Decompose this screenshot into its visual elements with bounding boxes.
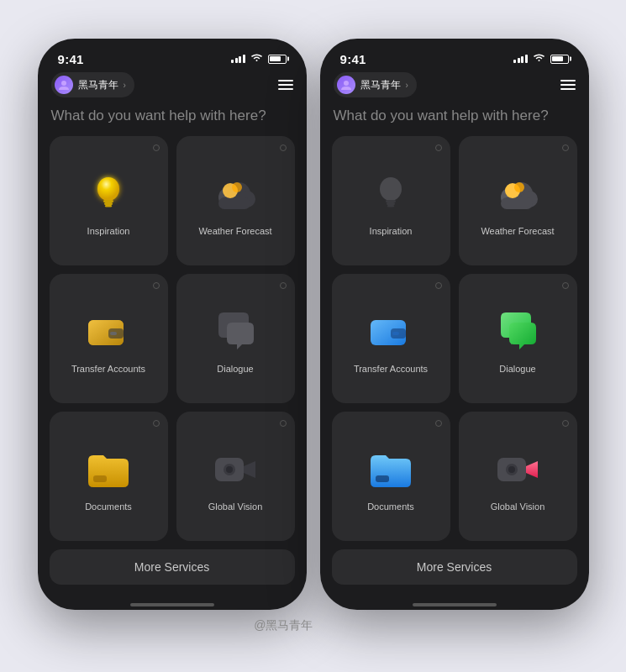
signal-icon xyxy=(231,55,245,63)
label-dialogue: Dialogue xyxy=(217,364,253,374)
grid-item-dialogue[interactable]: Dialogue xyxy=(459,274,577,403)
home-indicator xyxy=(130,603,214,606)
user-name: 黑马青年 xyxy=(78,78,118,92)
svg-rect-4 xyxy=(104,202,113,205)
label-weather-forecast: Weather Forecast xyxy=(481,226,554,236)
svg-rect-3 xyxy=(103,200,113,202)
more-services-button[interactable]: More Services xyxy=(332,549,577,585)
icon-transfer-accounts xyxy=(83,307,134,357)
icon-inspiration xyxy=(83,169,134,219)
user-name: 黑马青年 xyxy=(360,78,401,92)
svg-point-31 xyxy=(514,182,524,192)
icon-inspiration xyxy=(366,169,416,219)
user-badge[interactable]: 黑马青年 › xyxy=(334,72,417,97)
status-time: 9:41 xyxy=(340,52,366,66)
grid-item-weather-forecast[interactable]: Weather Forecast xyxy=(459,136,577,265)
svg-rect-15 xyxy=(110,332,117,335)
status-time: 9:41 xyxy=(58,52,84,66)
label-inspiration: Inspiration xyxy=(370,226,413,236)
grid-item-dialogue[interactable]: Dialogue xyxy=(176,274,295,403)
battery-icon xyxy=(268,55,287,64)
wifi-icon xyxy=(250,53,263,65)
svg-point-21 xyxy=(344,81,349,86)
icon-global-vision xyxy=(492,444,543,495)
grid-item-documents[interactable]: Documents xyxy=(332,412,450,541)
svg-rect-16 xyxy=(93,475,107,482)
label-global-vision: Global Vision xyxy=(208,501,263,512)
svg-rect-24 xyxy=(387,202,395,205)
svg-rect-25 xyxy=(387,205,394,207)
wifi-icon xyxy=(533,53,545,65)
icon-weather-forecast xyxy=(492,169,543,219)
svg-point-19 xyxy=(226,466,233,473)
battery-icon xyxy=(550,55,569,64)
svg-rect-5 xyxy=(105,205,112,207)
icon-transfer-accounts xyxy=(366,307,416,357)
status-bar: 9:41 xyxy=(320,39,589,72)
svg-point-38 xyxy=(508,466,515,473)
grid-item-inspiration[interactable]: Inspiration xyxy=(50,136,168,265)
icon-documents xyxy=(83,444,134,495)
grid-item-transfer-accounts[interactable]: Transfer Accounts xyxy=(332,274,450,403)
icon-dialogue xyxy=(210,307,260,357)
svg-rect-23 xyxy=(386,200,396,202)
label-documents: Documents xyxy=(85,501,132,512)
grid-item-documents[interactable]: Documents xyxy=(50,412,168,541)
svg-point-0 xyxy=(255,60,257,61)
phone-left: 9:41 xyxy=(38,39,307,610)
grid-item-inspiration[interactable]: Inspiration xyxy=(332,136,450,265)
status-bar: 9:41 xyxy=(38,39,307,72)
svg-point-11 xyxy=(232,182,242,192)
status-icons xyxy=(231,53,287,65)
svg-rect-29 xyxy=(501,197,533,209)
menu-icon[interactable] xyxy=(560,80,576,90)
grid-item-weather-forecast[interactable]: Weather Forecast xyxy=(176,136,295,265)
grid-item-global-vision[interactable]: Global Vision xyxy=(459,412,577,541)
more-services-button[interactable]: More Services xyxy=(50,549,295,585)
label-transfer-accounts: Transfer Accounts xyxy=(71,364,145,374)
label-documents: Documents xyxy=(367,501,414,512)
label-weather-forecast: Weather Forecast xyxy=(198,226,271,236)
phone-right: 9:41 xyxy=(320,39,589,610)
icon-dialogue xyxy=(492,307,543,357)
svg-point-20 xyxy=(538,60,539,61)
label-dialogue: Dialogue xyxy=(499,364,535,374)
avatar xyxy=(337,76,355,94)
svg-rect-35 xyxy=(376,475,389,482)
service-grid: Inspiration Weather Forecast xyxy=(50,136,295,541)
avatar xyxy=(55,76,73,94)
icon-documents xyxy=(366,444,416,495)
credit-text: @黑马青年 xyxy=(254,618,313,633)
chevron-right-icon: › xyxy=(124,81,126,90)
svg-point-22 xyxy=(380,177,402,201)
status-icons xyxy=(513,53,569,65)
service-grid: Inspiration Weather Forecast xyxy=(332,136,577,541)
svg-point-1 xyxy=(61,81,66,86)
question-text: What do you want help with here? xyxy=(50,108,295,124)
grid-item-transfer-accounts[interactable]: Transfer Accounts xyxy=(50,274,168,403)
chevron-right-icon: › xyxy=(406,81,408,90)
question-text: What do you want help with here? xyxy=(332,108,577,124)
user-badge[interactable]: 黑马青年 › xyxy=(51,72,134,97)
menu-icon[interactable] xyxy=(278,80,293,90)
svg-rect-34 xyxy=(392,332,399,335)
icon-global-vision xyxy=(210,444,260,495)
svg-rect-9 xyxy=(218,197,250,209)
label-global-vision: Global Vision xyxy=(491,501,545,512)
svg-point-2 xyxy=(97,177,119,201)
grid-item-global-vision[interactable]: Global Vision xyxy=(176,412,295,541)
icon-weather-forecast xyxy=(210,169,260,219)
home-indicator xyxy=(413,603,497,606)
signal-icon xyxy=(513,55,528,63)
label-inspiration: Inspiration xyxy=(87,226,130,236)
label-transfer-accounts: Transfer Accounts xyxy=(354,364,428,374)
